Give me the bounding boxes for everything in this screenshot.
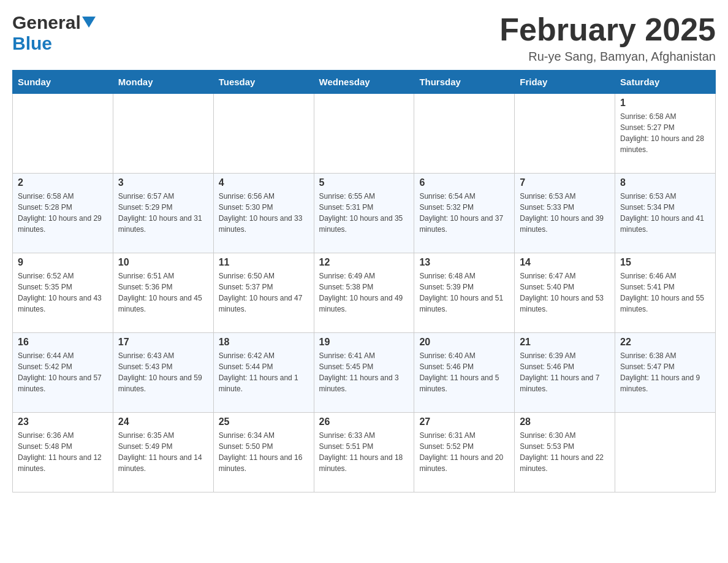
day-info: Sunrise: 6:49 AMSunset: 5:38 PMDaylight:…	[319, 270, 409, 315]
day-number: 25	[219, 416, 309, 427]
logo-triangle-icon	[82, 17, 96, 30]
day-number: 1	[620, 98, 710, 109]
day-info: Sunrise: 6:50 AMSunset: 5:37 PMDaylight:…	[219, 270, 309, 315]
calendar-cell: 14Sunrise: 6:47 AMSunset: 5:40 PMDayligh…	[515, 253, 615, 333]
day-number: 15	[620, 257, 710, 268]
title-block: February 2025 Ru-ye Sang, Bamyan, Afghan…	[499, 12, 716, 64]
header-thursday: Thursday	[414, 71, 515, 94]
header-monday: Monday	[113, 71, 213, 94]
header-saturday: Saturday	[615, 71, 716, 94]
day-info: Sunrise: 6:52 AMSunset: 5:35 PMDaylight:…	[18, 270, 108, 315]
day-info: Sunrise: 6:40 AMSunset: 5:46 PMDaylight:…	[419, 350, 509, 394]
day-info: Sunrise: 6:38 AMSunset: 5:47 PMDaylight:…	[620, 350, 710, 394]
day-number: 27	[419, 416, 509, 427]
day-number: 23	[18, 416, 108, 427]
day-number: 5	[319, 177, 409, 188]
day-info: Sunrise: 6:36 AMSunset: 5:48 PMDaylight:…	[18, 430, 108, 474]
day-info: Sunrise: 6:53 AMSunset: 5:33 PMDaylight:…	[520, 191, 610, 235]
header-sunday: Sunday	[13, 71, 113, 94]
day-number: 16	[18, 337, 108, 348]
logo-general: General	[12, 12, 81, 33]
calendar-cell: 4Sunrise: 6:56 AMSunset: 5:30 PMDaylight…	[213, 174, 314, 253]
day-info: Sunrise: 6:42 AMSunset: 5:44 PMDaylight:…	[219, 350, 309, 394]
calendar-cell: 21Sunrise: 6:39 AMSunset: 5:46 PMDayligh…	[515, 333, 615, 413]
calendar-cell: 27Sunrise: 6:31 AMSunset: 5:52 PMDayligh…	[414, 413, 515, 492]
calendar-cell: 7Sunrise: 6:53 AMSunset: 5:33 PMDaylight…	[515, 174, 615, 253]
day-info: Sunrise: 6:31 AMSunset: 5:52 PMDaylight:…	[419, 430, 509, 474]
day-number: 14	[520, 257, 610, 268]
header-friday: Friday	[515, 71, 615, 94]
week-row-1: 1Sunrise: 6:58 AMSunset: 5:27 PMDaylight…	[13, 94, 716, 174]
day-number: 19	[319, 337, 409, 348]
calendar-cell: 3Sunrise: 6:57 AMSunset: 5:29 PMDaylight…	[113, 174, 213, 253]
day-number: 24	[118, 416, 208, 427]
day-info: Sunrise: 6:39 AMSunset: 5:46 PMDaylight:…	[520, 350, 610, 394]
day-info: Sunrise: 6:48 AMSunset: 5:39 PMDaylight:…	[419, 270, 509, 315]
day-info: Sunrise: 6:46 AMSunset: 5:41 PMDaylight:…	[620, 270, 710, 315]
day-info: Sunrise: 6:55 AMSunset: 5:31 PMDaylight:…	[319, 191, 409, 235]
day-number: 17	[118, 337, 208, 348]
day-number: 21	[520, 337, 610, 348]
calendar-cell: 2Sunrise: 6:58 AMSunset: 5:28 PMDaylight…	[13, 174, 113, 253]
calendar-cell: 26Sunrise: 6:33 AMSunset: 5:51 PMDayligh…	[314, 413, 414, 492]
calendar-cell: 24Sunrise: 6:35 AMSunset: 5:49 PMDayligh…	[113, 413, 213, 492]
calendar-cell: 11Sunrise: 6:50 AMSunset: 5:37 PMDayligh…	[213, 253, 314, 333]
day-info: Sunrise: 6:57 AMSunset: 5:29 PMDaylight:…	[118, 191, 208, 235]
calendar-cell	[515, 94, 615, 174]
svg-marker-0	[82, 17, 96, 28]
day-number: 7	[520, 177, 610, 188]
day-number: 8	[620, 177, 710, 188]
day-number: 9	[18, 257, 108, 268]
calendar-cell: 16Sunrise: 6:44 AMSunset: 5:42 PMDayligh…	[13, 333, 113, 413]
day-info: Sunrise: 6:35 AMSunset: 5:49 PMDaylight:…	[118, 430, 208, 474]
calendar-cell: 23Sunrise: 6:36 AMSunset: 5:48 PMDayligh…	[13, 413, 113, 492]
day-number: 4	[219, 177, 309, 188]
day-info: Sunrise: 6:41 AMSunset: 5:45 PMDaylight:…	[319, 350, 409, 394]
calendar-cell: 12Sunrise: 6:49 AMSunset: 5:38 PMDayligh…	[314, 253, 414, 333]
day-number: 18	[219, 337, 309, 348]
day-info: Sunrise: 6:53 AMSunset: 5:34 PMDaylight:…	[620, 191, 710, 235]
logo: General Blue	[12, 12, 96, 54]
day-number: 26	[319, 416, 409, 427]
calendar-cell	[13, 94, 113, 174]
calendar-cell: 17Sunrise: 6:43 AMSunset: 5:43 PMDayligh…	[113, 333, 213, 413]
calendar-cell	[213, 94, 314, 174]
calendar-cell: 13Sunrise: 6:48 AMSunset: 5:39 PMDayligh…	[414, 253, 515, 333]
day-info: Sunrise: 6:34 AMSunset: 5:50 PMDaylight:…	[219, 430, 309, 474]
calendar-subtitle: Ru-ye Sang, Bamyan, Afghanistan	[499, 50, 716, 64]
day-info: Sunrise: 6:58 AMSunset: 5:27 PMDaylight:…	[620, 111, 710, 155]
week-row-2: 2Sunrise: 6:58 AMSunset: 5:28 PMDaylight…	[13, 174, 716, 253]
day-number: 28	[520, 416, 610, 427]
day-info: Sunrise: 6:33 AMSunset: 5:51 PMDaylight:…	[319, 430, 409, 474]
day-number: 20	[419, 337, 509, 348]
calendar-cell	[113, 94, 213, 174]
day-number: 3	[118, 177, 208, 188]
day-info: Sunrise: 6:43 AMSunset: 5:43 PMDaylight:…	[118, 350, 208, 394]
calendar-title: February 2025	[499, 12, 716, 47]
week-row-3: 9Sunrise: 6:52 AMSunset: 5:35 PMDaylight…	[13, 253, 716, 333]
calendar-cell: 28Sunrise: 6:30 AMSunset: 5:53 PMDayligh…	[515, 413, 615, 492]
calendar-cell: 9Sunrise: 6:52 AMSunset: 5:35 PMDaylight…	[13, 253, 113, 333]
day-info: Sunrise: 6:58 AMSunset: 5:28 PMDaylight:…	[18, 191, 108, 235]
day-info: Sunrise: 6:47 AMSunset: 5:40 PMDaylight:…	[520, 270, 610, 315]
calendar-cell: 22Sunrise: 6:38 AMSunset: 5:47 PMDayligh…	[615, 333, 716, 413]
header-tuesday: Tuesday	[213, 71, 314, 94]
calendar-cell: 8Sunrise: 6:53 AMSunset: 5:34 PMDaylight…	[615, 174, 716, 253]
calendar-cell	[314, 94, 414, 174]
week-row-5: 23Sunrise: 6:36 AMSunset: 5:48 PMDayligh…	[13, 413, 716, 492]
day-number: 11	[219, 257, 309, 268]
day-number: 22	[620, 337, 710, 348]
calendar-header-row: SundayMondayTuesdayWednesdayThursdayFrid…	[13, 71, 716, 94]
day-number: 10	[118, 257, 208, 268]
week-row-4: 16Sunrise: 6:44 AMSunset: 5:42 PMDayligh…	[13, 333, 716, 413]
day-info: Sunrise: 6:30 AMSunset: 5:53 PMDaylight:…	[520, 430, 610, 474]
day-number: 12	[319, 257, 409, 268]
day-info: Sunrise: 6:44 AMSunset: 5:42 PMDaylight:…	[18, 350, 108, 394]
calendar-cell: 25Sunrise: 6:34 AMSunset: 5:50 PMDayligh…	[213, 413, 314, 492]
day-info: Sunrise: 6:56 AMSunset: 5:30 PMDaylight:…	[219, 191, 309, 235]
calendar-cell: 10Sunrise: 6:51 AMSunset: 5:36 PMDayligh…	[113, 253, 213, 333]
header-wednesday: Wednesday	[314, 71, 414, 94]
calendar-cell: 6Sunrise: 6:54 AMSunset: 5:32 PMDaylight…	[414, 174, 515, 253]
calendar-cell: 1Sunrise: 6:58 AMSunset: 5:27 PMDaylight…	[615, 94, 716, 174]
day-number: 6	[419, 177, 509, 188]
